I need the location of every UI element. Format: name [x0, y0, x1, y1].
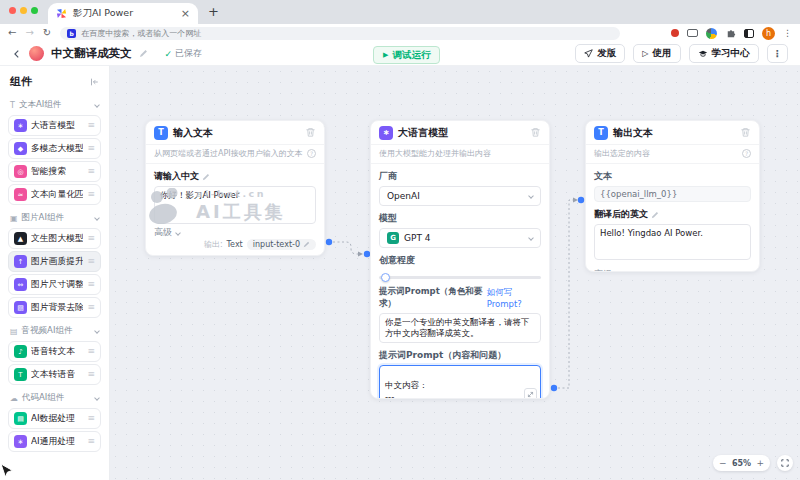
back-icon[interactable]: ← [8, 28, 16, 38]
wire-input-to-llm [333, 242, 358, 254]
chevron-down-icon [528, 235, 534, 241]
translated-text-field[interactable]: Hello! Yingdao AI Power. [594, 224, 751, 260]
section-code-ai[interactable]: ☁ 代码AI组件 [0, 387, 109, 406]
sidebar-item-bg-remove[interactable]: ▨ 图片背景去除 ≡ [8, 297, 101, 318]
slider-thumb[interactable] [381, 273, 390, 282]
maximize-window-button[interactable] [31, 7, 38, 14]
edit-field-icon[interactable] [202, 173, 210, 181]
recording-indicator-icon [671, 29, 679, 37]
drag-handle-icon[interactable]: ≡ [87, 121, 95, 130]
flow-title: 中文翻译成英文 [51, 46, 132, 61]
delete-node-icon[interactable] [530, 127, 541, 138]
extension-badge-icon[interactable] [706, 28, 717, 39]
chevron-down-icon [175, 230, 181, 236]
learning-center-button[interactable]: 学习中心 [689, 44, 759, 63]
minimize-window-button[interactable] [20, 7, 27, 14]
section-image-ai[interactable]: ▣ 图片AI组件 [0, 207, 109, 226]
cast-icon[interactable] [687, 29, 698, 37]
bg-remove-icon: ▨ [14, 301, 27, 314]
section-av-ai[interactable]: ▤ 音视频AI组件 [0, 320, 109, 339]
flow-canvas[interactable]: T 输入文本 从网页端或者通过API接收用户输入的文本 ? 请输入中文 你好！影… [110, 66, 800, 480]
drag-handle-icon[interactable]: ≡ [87, 347, 95, 356]
sidebar-item-smart-search[interactable]: ◎ 智能搜索 ≡ [8, 161, 101, 182]
help-icon[interactable]: ? [307, 149, 316, 158]
creativity-slider[interactable] [379, 270, 541, 284]
connector-dot-llm-out[interactable] [551, 385, 557, 391]
edit-variable-icon[interactable] [303, 241, 310, 248]
output-source-field[interactable]: {{openai_llm_0}} [594, 186, 751, 202]
connector-dot-input-out[interactable] [326, 239, 332, 245]
sidebar-title: 组件 [10, 74, 32, 89]
drag-handle-icon[interactable]: ≡ [87, 280, 95, 289]
fit-view-button[interactable] [777, 455, 793, 471]
edit-title-icon[interactable] [139, 49, 148, 58]
drag-handle-icon[interactable]: ≡ [87, 257, 95, 266]
save-status: ✓ 已保存 [165, 47, 203, 60]
sidebar-item-text2speech[interactable]: T 文本转语音 ≡ [8, 364, 101, 385]
drag-handle-icon[interactable]: ≡ [87, 190, 95, 199]
drag-handle-icon[interactable]: ≡ [87, 370, 95, 379]
node-output-text[interactable]: T 输出文本 输出选定的内容 ? 文本 {{openai_llm_0}} 翻译后… [585, 120, 760, 272]
use-button[interactable]: ▷ 使用 [633, 44, 680, 63]
advanced-toggle[interactable]: 高级 [594, 268, 751, 272]
node-input-text[interactable]: T 输入文本 从网页端或者通过API接收用户输入的文本 ? 请输入中文 你好！影… [145, 120, 325, 256]
section-text-ai[interactable]: T 文本AI组件 [0, 94, 109, 113]
text-section-icon: T [10, 101, 15, 110]
zoom-in-button[interactable]: + [756, 459, 764, 468]
help-icon[interactable]: ? [742, 149, 751, 158]
publish-button[interactable]: 发版 [575, 44, 625, 63]
back-button[interactable] [12, 49, 22, 59]
sidebar-item-llm[interactable]: ∗ 大语言模型 ≡ [8, 115, 101, 136]
delete-node-icon[interactable] [305, 127, 316, 138]
input-text-field[interactable]: 你好！影刀AI Power [154, 186, 316, 224]
sidebar-item-image-enhance[interactable]: ↑ 图片画质提升 ≡ [8, 251, 101, 272]
browser-menu-icon[interactable]: ⋮ [783, 28, 792, 38]
text-vector-icon: ≈ [14, 188, 27, 201]
delete-node-icon[interactable] [740, 127, 751, 138]
sidebar-item-text2image[interactable]: ▲ 文生图大模型 ≡ [8, 228, 101, 249]
drag-handle-icon[interactable]: ≡ [87, 437, 95, 446]
sidebar-item-image-resize[interactable]: ⇔ 图片尺寸调整 ≡ [8, 274, 101, 295]
close-window-button[interactable] [9, 7, 16, 14]
tab-close-icon[interactable]: × [181, 8, 190, 19]
profile-avatar[interactable]: h [762, 27, 775, 40]
node-llm[interactable]: ∗ 大语言模型 使用大模型能力处理并输出内容 厂商 OpenAI 模型 G GP… [370, 120, 550, 399]
output-variable-pill[interactable]: input-text-0 [247, 239, 316, 250]
edit-field-icon[interactable] [651, 211, 659, 219]
zoom-controls: − 65% + [713, 455, 770, 471]
extensions-icon[interactable] [725, 28, 736, 39]
advanced-toggle[interactable]: 高级 [154, 226, 316, 239]
connector-dot-output-in[interactable] [578, 197, 584, 203]
sidebar-item-multimodal[interactable]: ◆ 多模态大模型 ≡ [8, 138, 101, 159]
window-controls[interactable] [9, 7, 38, 14]
forward-icon[interactable]: → [25, 28, 33, 38]
zoom-out-button[interactable]: − [719, 459, 727, 468]
more-actions-button[interactable]: ⋮ [767, 44, 789, 63]
vendor-select[interactable]: OpenAI [379, 186, 541, 206]
sidebar-item-speech2text[interactable]: ♪ 语音转文本 ≡ [8, 341, 101, 362]
collapse-sidebar-icon[interactable] [89, 77, 99, 87]
prompt-help-link[interactable]: 如何写Prompt? [487, 287, 541, 309]
address-placeholder: 在百度中搜索，或者输入一个网址 [81, 28, 201, 39]
sidebar-item-ai-general[interactable]: ∗ AI通用处理 ≡ [8, 431, 101, 452]
sidebar-item-text-vector[interactable]: ≈ 文本向量化匹配 ≡ [8, 184, 101, 205]
play-outline-icon: ▷ [642, 49, 648, 58]
sidebar-item-ai-data[interactable]: ▤ AI数据处理 ≡ [8, 408, 101, 429]
image-section-icon: ▣ [10, 214, 18, 223]
new-tab-button[interactable]: + [208, 4, 219, 19]
debug-run-button[interactable]: ▶ 调试运行 [373, 46, 440, 64]
prompt-content-field[interactable]: 中文内容： --- {{input_text_0}} [379, 365, 541, 399]
expand-icon[interactable] [524, 388, 537, 399]
text2image-icon: ▲ [14, 232, 27, 245]
side-panel-icon[interactable] [744, 29, 754, 38]
address-bar[interactable]: b 在百度中搜索，或者输入一个网址 [60, 27, 620, 40]
drag-handle-icon[interactable]: ≡ [87, 167, 95, 176]
drag-handle-icon[interactable]: ≡ [87, 234, 95, 243]
reload-icon[interactable]: ↻ [43, 28, 51, 38]
model-select[interactable]: G GPT 4 [379, 228, 541, 248]
drag-handle-icon[interactable]: ≡ [87, 303, 95, 312]
browser-tab[interactable]: 影刀AI Power × [48, 3, 198, 24]
prompt-role-field[interactable]: 你是一个专业的中英文翻译者，请将下方中文内容翻译成英文。 [379, 313, 541, 343]
drag-handle-icon[interactable]: ≡ [87, 414, 95, 423]
drag-handle-icon[interactable]: ≡ [87, 144, 95, 153]
